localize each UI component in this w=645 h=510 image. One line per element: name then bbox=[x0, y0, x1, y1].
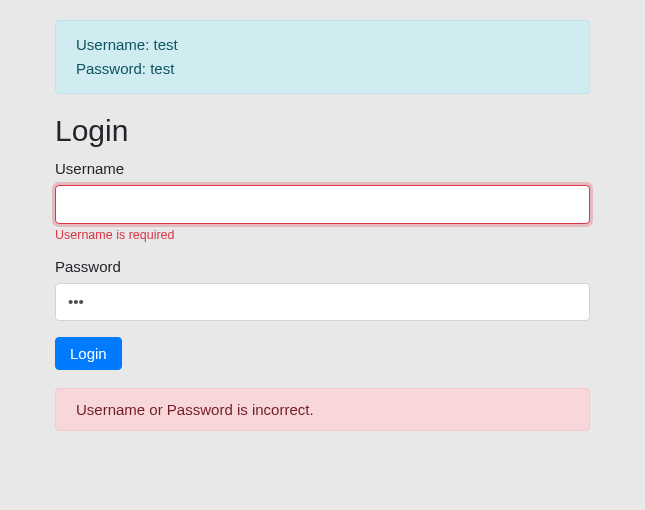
login-button[interactable]: Login bbox=[55, 337, 122, 370]
password-label: Password bbox=[55, 258, 590, 275]
hint-box: Username: test Password: test bbox=[55, 20, 590, 94]
username-error: Username is required bbox=[55, 228, 590, 242]
username-label: Username bbox=[55, 160, 590, 177]
error-alert: Username or Password is incorrect. bbox=[55, 388, 590, 431]
page-title: Login bbox=[55, 114, 590, 148]
username-input[interactable] bbox=[55, 185, 590, 224]
hint-password: Password: test bbox=[76, 57, 569, 81]
hint-username: Username: test bbox=[76, 33, 569, 57]
username-group: Username Username is required bbox=[55, 160, 590, 242]
password-group: Password bbox=[55, 258, 590, 322]
password-input[interactable] bbox=[55, 283, 590, 322]
